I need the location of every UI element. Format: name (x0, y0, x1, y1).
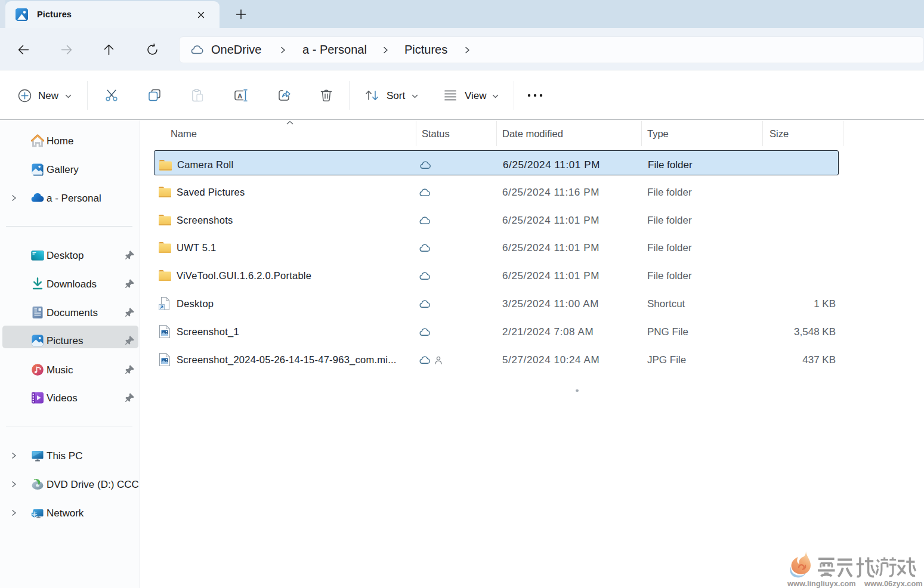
svg-text:www.06zyx.com: www.06zyx.com (864, 579, 923, 588)
svg-text:www.lingliuyx.com: www.lingliuyx.com (787, 579, 856, 588)
svg-text:A: A (237, 92, 242, 100)
